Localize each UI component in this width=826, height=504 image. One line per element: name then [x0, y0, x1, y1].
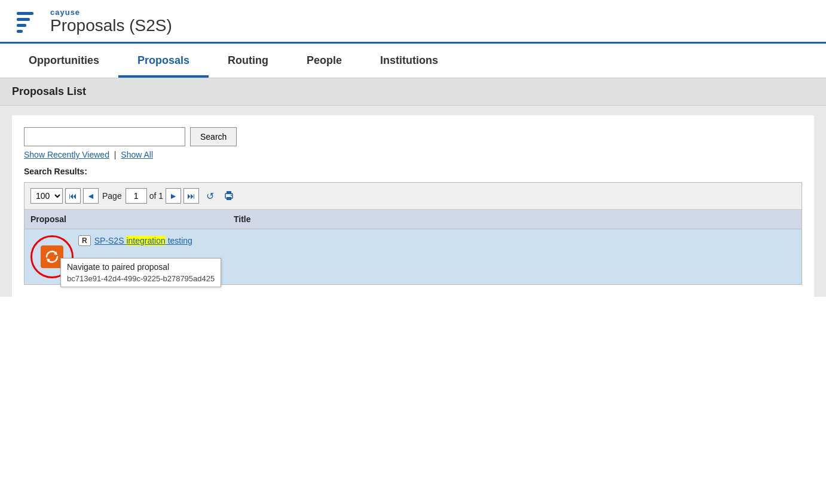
table-container: 100 10 25 50 ⏮ ◄ Page of 1 ► ⏭ ↺	[24, 182, 802, 285]
tooltip-uuid: bc713e91-42d4-499c-9225-b278795ad425	[67, 274, 215, 283]
page-title: Proposals List	[0, 78, 826, 106]
logo-title: Proposals (S2S)	[50, 17, 172, 35]
first-page-button[interactable]: ⏮	[65, 188, 81, 204]
svg-rect-1	[17, 18, 30, 21]
main-nav: Opportunities Proposals Routing People I…	[0, 44, 826, 78]
svg-rect-0	[17, 12, 33, 15]
svg-rect-3	[17, 30, 23, 33]
page-content: Proposals List Search Show Recently View…	[0, 78, 826, 297]
search-row: Search	[24, 127, 802, 146]
of-label: of 1	[149, 191, 163, 201]
nav-item-institutions[interactable]: Institutions	[361, 44, 457, 78]
table-row: ☞ R SP-S2S integration testing Navigate …	[25, 229, 801, 284]
page-label: Page	[102, 191, 122, 201]
links-row: Show Recently Viewed | Show All	[24, 150, 802, 159]
proposal-link[interactable]: SP-S2S integration testing	[94, 236, 192, 245]
proposal-cell: R SP-S2S integration testing Navigate to…	[78, 235, 234, 250]
svg-rect-5	[227, 191, 231, 194]
nav-item-routing[interactable]: Routing	[209, 44, 287, 78]
nav-item-proposals[interactable]: Proposals	[118, 44, 209, 78]
search-input[interactable]	[24, 127, 185, 146]
per-page-select[interactable]: 100 10 25 50	[30, 188, 63, 204]
search-results-label: Search Results:	[24, 167, 802, 176]
logo-text-area: cayuse Proposals (S2S)	[50, 8, 172, 35]
last-page-button[interactable]: ⏭	[183, 188, 199, 204]
column-title-header: Title	[234, 214, 796, 224]
pagination-bar: 100 10 25 50 ⏮ ◄ Page of 1 ► ⏭ ↺	[25, 183, 801, 210]
svg-rect-2	[17, 24, 26, 27]
tooltip-box: Navigate to paired proposal bc713e91-42d…	[60, 258, 221, 287]
svg-point-7	[231, 195, 232, 196]
logo-area: cayuse Proposals (S2S)	[14, 7, 172, 36]
svg-rect-6	[227, 197, 231, 200]
refresh-button[interactable]: ↺	[201, 188, 218, 204]
link-separator: |	[114, 150, 117, 159]
search-button[interactable]: Search	[190, 127, 237, 146]
table-header: Proposal Title	[25, 210, 801, 229]
show-all-link[interactable]: Show All	[121, 150, 153, 159]
print-button[interactable]	[221, 188, 237, 204]
column-proposal-header: Proposal	[30, 214, 234, 224]
show-recently-viewed-link[interactable]: Show Recently Viewed	[24, 150, 109, 159]
main-area: Search Show Recently Viewed | Show All S…	[12, 115, 814, 297]
proposal-link-row: R SP-S2S integration testing	[78, 235, 234, 246]
tooltip-navigate-label: Navigate to paired proposal	[67, 262, 215, 272]
logo-brand: cayuse	[50, 8, 172, 17]
app-header: cayuse Proposals (S2S)	[0, 0, 826, 44]
logo-icon	[14, 7, 43, 36]
nav-item-people[interactable]: People	[287, 44, 361, 78]
nav-item-opportunities[interactable]: Opportunities	[10, 44, 118, 78]
page-input[interactable]	[126, 188, 147, 204]
prev-page-button[interactable]: ◄	[83, 188, 99, 204]
r-badge: R	[78, 235, 91, 246]
next-page-button[interactable]: ►	[166, 188, 181, 204]
